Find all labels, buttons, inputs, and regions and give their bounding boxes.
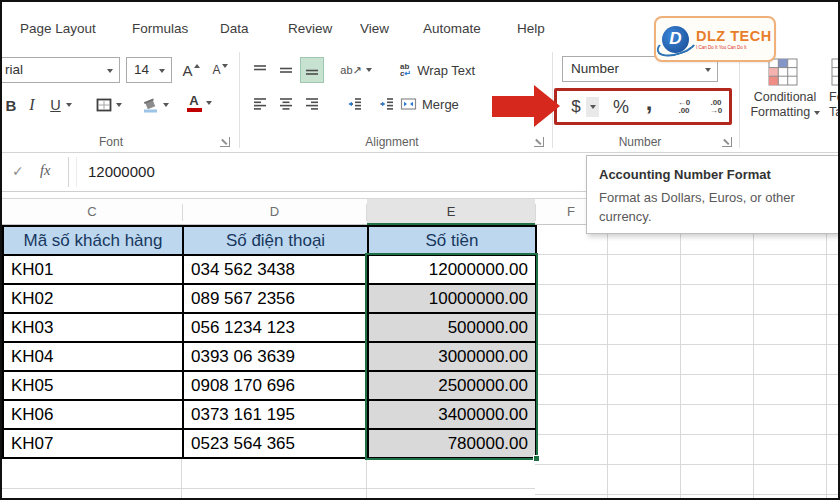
number-format-value: Number — [571, 61, 619, 76]
logo-brand: DLZ TECH — [696, 28, 772, 44]
formula-bar-separator — [68, 157, 69, 187]
merge-center-button[interactable]: Merge — [400, 91, 492, 117]
chevron-down-icon — [366, 68, 372, 72]
cell-amount[interactable]: 10000000.00 — [369, 285, 537, 314]
tab-view[interactable]: View — [360, 18, 389, 40]
cell-code[interactable]: KH04 — [4, 343, 184, 372]
align-center-icon — [278, 96, 294, 112]
wrap-text-button[interactable]: ab c↵ Wrap Text — [400, 57, 520, 83]
merge-icon — [400, 96, 417, 112]
increase-font-size-button[interactable]: A — [178, 57, 204, 83]
borders-button[interactable] — [90, 92, 128, 118]
caret-down-icon — [222, 64, 228, 68]
cell-amount-active[interactable]: 12000000.00 — [369, 256, 537, 285]
cell-amount[interactable]: 2500000.00 — [369, 372, 537, 401]
cell-phone[interactable]: 0908 170 696 — [184, 372, 369, 401]
align-middle-button[interactable] — [274, 57, 298, 83]
underline-button[interactable]: U — [44, 92, 78, 118]
tab-automate[interactable]: Automate — [423, 18, 481, 40]
cell-header-phone[interactable]: Số điện thoại — [184, 227, 369, 256]
tab-review[interactable]: Review — [288, 18, 332, 40]
tab-page-layout[interactable]: Page Layout — [20, 18, 96, 40]
tab-formulas[interactable]: Formulas — [132, 18, 188, 40]
font-color-icon: A — [187, 95, 202, 112]
format-as-table-label[interactable]: For Ta — [829, 90, 840, 120]
align-bottom-button[interactable] — [300, 57, 324, 83]
cell-phone[interactable]: 0373 161 195 — [184, 401, 369, 430]
align-left-button[interactable] — [248, 91, 272, 117]
insert-function-icon[interactable]: fx — [40, 162, 50, 179]
orientation-button[interactable]: ab↗ — [336, 57, 376, 83]
dlz-tech-logo: D DLZ TECH I Can Do It You Can Do It — [654, 16, 776, 62]
font-dialog-launcher-icon[interactable] — [220, 137, 230, 147]
shrink-font-icon: A — [212, 63, 220, 77]
formula-input[interactable]: 12000000 — [88, 163, 155, 180]
empty-grid-area[interactable] — [2, 459, 535, 500]
font-group-label: Font — [2, 135, 220, 149]
chevron-down-icon — [206, 101, 212, 105]
alignment-group-label: Alignment — [252, 135, 532, 149]
cell-phone[interactable]: 034 562 3438 — [184, 256, 369, 285]
excel-window: Page Layout Formulas Data Review View Au… — [0, 0, 840, 500]
font-name-value: rial — [5, 62, 23, 77]
column-header-e[interactable]: E — [367, 199, 535, 225]
cell-code[interactable]: KH05 — [4, 372, 184, 401]
cell-amount[interactable]: 3000000.00 — [369, 343, 537, 372]
bold-button[interactable]: B — [2, 92, 20, 118]
column-header-c[interactable]: C — [2, 199, 182, 225]
fill-color-button[interactable] — [136, 92, 174, 118]
cell-code[interactable]: KH03 — [4, 314, 184, 343]
cell-header-amount[interactable]: Số tiền — [369, 227, 537, 256]
cell-phone[interactable]: 056 1234 123 — [184, 314, 369, 343]
align-right-button[interactable] — [300, 91, 324, 117]
enter-check-icon[interactable]: ✓ — [12, 163, 24, 179]
conditional-formatting-button[interactable] — [768, 58, 798, 90]
number-dialog-launcher-icon[interactable] — [722, 137, 732, 147]
format-as-table-icon — [831, 58, 840, 86]
cell-header-customer[interactable]: Mã số khách hàng — [4, 227, 184, 256]
table-label-line1: For — [829, 90, 840, 104]
font-color-bar — [187, 108, 202, 112]
tooltip-accounting-number-format: Accounting Number Format Format as Dolla… — [586, 155, 839, 234]
column-header-d[interactable]: D — [182, 199, 367, 225]
cell-phone[interactable]: 089 567 2356 — [184, 285, 369, 314]
cell-amount[interactable]: 780000.00 — [369, 430, 537, 459]
conditional-formatting-label[interactable]: Conditional Formatting — [739, 90, 831, 120]
highlight-red-box — [554, 88, 732, 125]
align-right-icon — [304, 96, 320, 112]
align-top-button[interactable] — [248, 57, 272, 83]
decrease-indent-button[interactable] — [342, 91, 368, 117]
cell-phone[interactable]: 0523 564 365 — [184, 430, 369, 459]
empty-grid-area[interactable] — [535, 225, 838, 499]
font-color-button[interactable]: A — [180, 90, 218, 116]
number-group-label: Number — [562, 135, 718, 149]
table-label-line2: Ta — [829, 105, 840, 119]
cell-code[interactable]: KH06 — [4, 401, 184, 430]
cell-amount[interactable]: 3400000.00 — [369, 401, 537, 430]
font-size-combo[interactable]: 14 — [126, 57, 172, 83]
tooltip-line2: currency. — [599, 209, 652, 224]
tab-help[interactable]: Help — [517, 18, 545, 40]
format-as-table-button[interactable] — [831, 58, 840, 90]
cell-code[interactable]: KH02 — [4, 285, 184, 314]
decrease-font-size-button[interactable]: A — [207, 57, 233, 83]
increase-indent-button[interactable] — [374, 91, 400, 117]
fill-color-icon — [142, 97, 159, 113]
tab-data[interactable]: Data — [220, 18, 249, 40]
underline-icon: U — [50, 97, 60, 113]
cell-amount[interactable]: 500000.00 — [369, 314, 537, 343]
italic-button[interactable]: I — [24, 92, 40, 118]
cell-code[interactable]: KH07 — [4, 430, 184, 459]
cell-phone[interactable]: 0393 06 3639 — [184, 343, 369, 372]
align-center-button[interactable] — [274, 91, 298, 117]
align-bottom-icon — [304, 62, 320, 78]
caret-up-icon — [194, 64, 200, 68]
alignment-dialog-launcher-icon[interactable] — [534, 137, 544, 147]
merge-label: Merge — [422, 97, 459, 112]
font-name-combo[interactable]: rial — [0, 57, 120, 83]
cell-code[interactable]: KH01 — [4, 256, 184, 285]
grow-font-icon: A — [182, 62, 192, 79]
logo-text: DLZ TECH I Can Do It You Can Do It — [696, 28, 772, 50]
logo-monogram-icon: D — [662, 26, 689, 53]
column-tick — [366, 204, 367, 221]
